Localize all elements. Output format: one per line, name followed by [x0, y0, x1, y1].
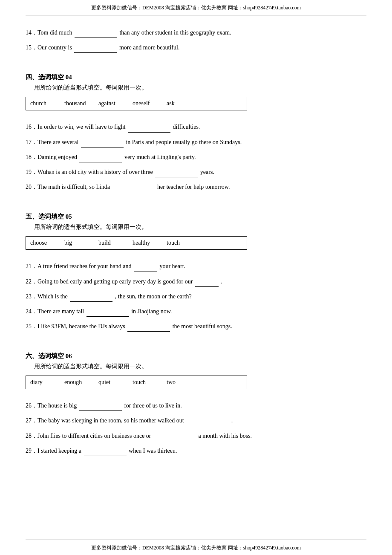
word-quiet: quiet	[98, 378, 133, 387]
word-against: against	[98, 99, 133, 108]
question-29: 29．I started keeping a when I was thirte…	[26, 445, 366, 456]
section4-title: 四、选词填空 04	[26, 73, 366, 81]
section4-word-box: church thousand against oneself ask	[26, 97, 247, 110]
blank-19	[155, 177, 198, 177]
q22-text: 22．Going to bed early and getting up ear…	[26, 278, 193, 285]
question-28: 28．John flies to different cities on bus…	[26, 431, 366, 441]
q27-end: .	[231, 417, 233, 424]
word-touch: touch	[167, 239, 201, 247]
question-23: 23．Which is the , the sun, the moon or t…	[26, 291, 366, 302]
word-build: build	[98, 239, 133, 247]
q21-end: your heart.	[159, 263, 185, 269]
word-touch2: touch	[133, 378, 167, 387]
q15-end: more and more beautiful.	[119, 44, 180, 51]
q19-end: years.	[200, 169, 214, 175]
blank-27	[186, 426, 229, 426]
question-21: 21．A true friend reaches for your hand a…	[26, 261, 366, 272]
word-ask: ask	[167, 99, 201, 108]
q22-end: .	[221, 278, 222, 285]
blank-24	[86, 316, 129, 317]
q19-text: 19．Wuhan is an old city with a history o…	[26, 169, 153, 175]
question-16: 16．In order to win, we will have to figh…	[26, 121, 366, 132]
q15-text: 15．Our country is	[26, 44, 72, 51]
section6-instruction: 用所给词的适当形式填空。每词限用一次。	[34, 363, 366, 370]
blank-23	[70, 301, 112, 302]
q28-text: 28．John flies to different cities on bus…	[26, 433, 151, 439]
footer-bar: 更多资料添加微信号：DEM2008 淘宝搜索店铺：优尖升教育 网址：shop49…	[26, 540, 366, 555]
q21-text: 21．A true friend reaches for your hand a…	[26, 263, 131, 269]
section6-title: 六、选词填空 06	[26, 352, 366, 360]
q26-end: for three of us to live in.	[124, 402, 182, 409]
q26-text: 26．The house is big	[26, 402, 77, 409]
q25-end: the most beautiful songs.	[173, 323, 232, 330]
q28-end: a month with his boss.	[198, 433, 252, 439]
word-two: two	[167, 378, 201, 387]
blank-29	[84, 456, 127, 456]
question-17: 17．There are several in Paris and people…	[26, 137, 366, 147]
question-19: 19．Wuhan is an old city with a history o…	[26, 167, 366, 177]
q14-text: 14．Tom did much	[26, 29, 72, 36]
section5-instruction: 用所给词的适当形式填空。每词限用一次。	[34, 223, 366, 231]
header-text: 更多资料添加微信号：DEM2008 淘宝搜索店铺：优尖升教育 网址：shop49…	[91, 5, 301, 11]
word-diary: diary	[30, 378, 64, 387]
question-20: 20．The math is difficult, so Linda her t…	[26, 182, 366, 192]
question-24: 24．There are many tall in Jiaojiang now.	[26, 306, 366, 317]
section5-word-box: choose big build healthy touch	[26, 236, 247, 250]
q16-text: 16．In order to win, we will have to figh…	[26, 124, 125, 130]
q25-text: 25．I like 93FM, because the DJs always	[26, 323, 125, 330]
blank-16	[128, 132, 170, 133]
header-bar: 更多资料添加微信号：DEM2008 淘宝搜索店铺：优尖升教育 网址：shop49…	[26, 0, 366, 15]
question-26: 26．The house is big for three of us to l…	[26, 400, 366, 411]
q29-end: when I was thirteen.	[129, 448, 177, 454]
word-healthy: healthy	[133, 239, 167, 247]
q23-text: 23．Which is the	[26, 293, 68, 300]
blank-20	[112, 192, 155, 192]
q14-end: than any other student in this geography…	[119, 29, 231, 36]
q20-text: 20．The math is difficult, so Linda	[26, 184, 110, 190]
q24-end: in Jiaojiang now.	[131, 308, 172, 315]
blank-14	[75, 38, 117, 38]
q24-text: 24．There are many tall	[26, 308, 84, 315]
word-enough: enough	[64, 378, 98, 387]
q23-end: , the sun, the moon or the earth?	[115, 293, 192, 300]
q18-text: 18．Daming enjoyed	[26, 154, 77, 160]
question-27: 27．The baby was sleeping in the room, so…	[26, 415, 366, 426]
blank-21	[134, 272, 157, 272]
q16-end: difficulties.	[173, 124, 200, 130]
q20-end: her teacher for help tomorrow.	[157, 184, 230, 190]
word-church: church	[30, 99, 64, 108]
blank-25	[127, 331, 170, 332]
blank-15	[74, 52, 117, 53]
word-choose: choose	[30, 239, 64, 247]
question-14: 14．Tom did much than any other student i…	[26, 27, 366, 38]
blank-26	[79, 410, 122, 411]
question-25: 25．I like 93FM, because the DJs always t…	[26, 321, 366, 332]
question-15: 15．Our country is more and more beautifu…	[26, 42, 366, 53]
q27-text: 27．The baby was sleeping in the room, so…	[26, 417, 184, 424]
q17-end: in Paris and people usually go there on …	[126, 139, 242, 145]
footer-text: 更多资料添加微信号：DEM2008 淘宝搜索店铺：优尖升教育 网址：shop49…	[91, 545, 301, 551]
blank-22	[195, 286, 219, 287]
q29-text: 29．I started keeping a	[26, 448, 81, 454]
section6-word-box: diary enough quiet touch two	[26, 376, 247, 389]
blank-18	[79, 162, 122, 162]
blank-17	[81, 147, 124, 147]
section4-instruction: 用所给词的适当形式填空。每词限用一次。	[34, 84, 366, 92]
q18-end: very much at Lingling's party.	[124, 154, 196, 160]
word-big: big	[64, 239, 98, 247]
question-18: 18．Daming enjoyed very much at Lingling'…	[26, 152, 366, 162]
word-thousand: thousand	[64, 99, 98, 108]
q17-text: 17．There are several	[26, 139, 78, 145]
word-oneself: oneself	[133, 99, 167, 108]
blank-28	[153, 441, 196, 441]
question-22: 22．Going to bed early and getting up ear…	[26, 276, 366, 287]
section5-title: 五、选词填空 05	[26, 213, 366, 221]
